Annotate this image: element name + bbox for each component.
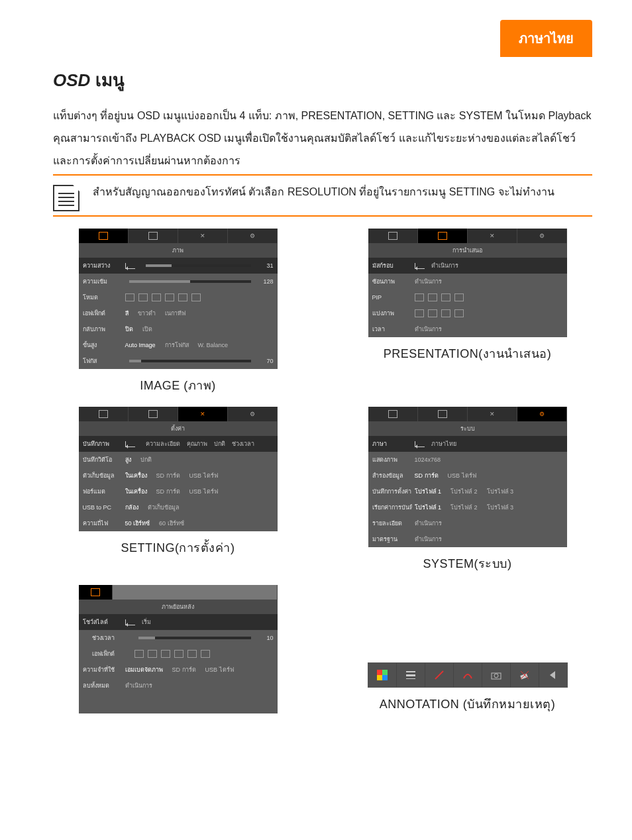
osd-row[interactable]: ฟอร์แมตในเครื่องSD การ์ดUSB ไดร์ฟ (79, 484, 278, 499)
tab-setting[interactable]: ✕ (468, 407, 517, 421)
tab-system[interactable]: ⚙ (228, 229, 278, 243)
slider-track[interactable] (129, 360, 251, 362)
osd-row[interactable]: โหมด (79, 289, 278, 305)
anno-back-button[interactable] (539, 663, 567, 687)
tab-setting[interactable]: ✕ (178, 229, 228, 243)
osd-option[interactable]: เปิด (142, 325, 152, 334)
osd-row[interactable]: ภาษาภาษาไทย (368, 436, 567, 452)
osd-option[interactable]: SD การ์ด (156, 487, 180, 496)
tab-presentation[interactable] (418, 229, 468, 243)
osd-option[interactable]: ในเครื่อง (125, 471, 147, 480)
osd-option[interactable]: ปกติ (140, 455, 152, 464)
osd-option[interactable]: 50 เฮิร์ทซ์ (125, 519, 150, 528)
layout-option-icon[interactable] (441, 309, 450, 317)
mode-icon[interactable] (138, 293, 148, 301)
osd-row[interactable]: ความถี่ไฟ50 เฮิร์ทซ์60 เฮิร์ทซ์ (79, 515, 278, 531)
anno-freeline-button[interactable] (454, 663, 482, 687)
layout-option-icon[interactable] (454, 309, 464, 317)
slider-track[interactable] (146, 264, 251, 267)
layout-option-icon[interactable] (415, 293, 424, 301)
osd-option[interactable]: การโฟกัส (165, 341, 189, 350)
tab-presentation[interactable] (129, 407, 178, 421)
layout-option-icon[interactable] (415, 309, 424, 317)
osd-option[interactable]: USB ไดร์ฟ (189, 471, 218, 480)
layout-option-icon[interactable] (428, 293, 437, 301)
osd-option[interactable]: USB ไดร์ฟ (448, 471, 476, 480)
osd-row[interactable]: สำรองข้อมูลSD การ์ดUSB ไดร์ฟ (368, 468, 567, 484)
osd-row[interactable]: เอฟเฟ็กต์ (79, 646, 278, 662)
osd-row[interactable]: ความสว่าง31 (79, 258, 278, 274)
mode-icon[interactable] (174, 650, 184, 658)
anno-erase-button[interactable] (511, 663, 539, 687)
tab-image[interactable] (368, 229, 418, 243)
osd-row[interactable]: ลบทั้งหมดดำเนินการ (79, 678, 278, 694)
osd-option[interactable]: ตัวเก็บข้อมูล (148, 503, 180, 512)
osd-row[interactable]: ช่วงเวลา10 (79, 630, 278, 646)
mode-icon[interactable] (178, 293, 187, 301)
osd-row[interactable]: บันทึกการตั้งค่าโปรไฟล์ 1โปรไฟล์ 2โปรไฟล… (368, 484, 567, 499)
osd-row[interactable]: ความเข้ม128 (79, 274, 278, 289)
layout-option-icon[interactable] (441, 293, 450, 301)
osd-option[interactable]: W. Balance (198, 342, 229, 348)
osd-option[interactable]: ช่วงเวลา (232, 439, 254, 448)
osd-option[interactable]: โปรไฟล์ 3 (487, 487, 514, 496)
osd-option[interactable]: โปรไฟล์ 1 (415, 487, 442, 496)
osd-row[interactable]: บันทึกวิดีโอสูงปกติ (79, 452, 278, 468)
osd-option[interactable]: SD การ์ด (172, 665, 196, 674)
osd-row[interactable]: USB to PCกล้องตัวเก็บข้อมูล (79, 499, 278, 515)
mode-icon[interactable] (201, 650, 210, 658)
osd-row[interactable]: เรียกค่าการบันทึกโปรไฟล์ 1โปรไฟล์ 2โปรไฟ… (368, 499, 567, 515)
tab-image[interactable] (79, 229, 129, 243)
mode-icon[interactable] (165, 293, 174, 301)
osd-option[interactable]: โปรไฟล์ 1 (415, 503, 442, 512)
osd-option[interactable]: 60 เฮิร์ทซ์ (159, 519, 184, 528)
slider-track[interactable] (138, 637, 251, 639)
mode-icon[interactable] (187, 650, 197, 658)
osd-option[interactable]: กล้อง (125, 503, 138, 512)
tab-presentation[interactable] (418, 407, 468, 421)
osd-row[interactable]: ความจำที่ใช้เอมเบดจัดภาพSD การ์ดUSB ไดร์… (79, 662, 278, 678)
osd-option[interactable]: โปรไฟล์ 3 (487, 503, 514, 512)
osd-option[interactable]: โปรไฟล์ 2 (450, 487, 478, 496)
anno-line-button[interactable] (425, 663, 454, 687)
anno-lineweight-button[interactable] (397, 663, 425, 687)
osd-option[interactable]: USB ไดร์ฟ (189, 487, 218, 496)
osd-option[interactable]: สี (125, 309, 129, 318)
mode-icon[interactable] (134, 650, 144, 658)
osd-row[interactable]: มาตรฐานดำเนินการ (368, 531, 567, 547)
osd-row[interactable]: ตัวเก็บข้อมูลในเครื่องSD การ์ดUSB ไดร์ฟ (79, 468, 278, 484)
osd-option[interactable]: เนกาทีฟ (165, 309, 185, 318)
osd-row[interactable]: ซ้อนภาพดำเนินการ (368, 274, 567, 289)
tab-system[interactable]: ⚙ (228, 407, 278, 421)
tab-image[interactable] (79, 407, 129, 421)
layout-option-icon[interactable] (454, 293, 464, 301)
osd-option[interactable]: SD การ์ด (415, 471, 439, 480)
osd-option[interactable]: โปรไฟล์ 2 (450, 503, 478, 512)
tab-setting[interactable]: ✕ (468, 229, 517, 243)
tab-setting[interactable]: ✕ (178, 407, 228, 421)
osd-row[interactable]: รายละเอียดดำเนินการ (368, 515, 567, 531)
slider-track[interactable] (129, 280, 251, 283)
tab-presentation[interactable] (129, 229, 178, 243)
osd-row[interactable]: ขั้นสูงAuto ImageการโฟกัสW. Balance (79, 337, 278, 353)
osd-option[interactable]: ในเครื่อง (125, 487, 147, 496)
mode-icon[interactable] (148, 650, 157, 658)
osd-option[interactable]: ความละเอียด (146, 439, 180, 448)
tab-system[interactable]: ⚙ (517, 407, 567, 421)
anno-capture-button[interactable] (482, 663, 511, 687)
osd-row[interactable]: เวลาดำเนินการ (368, 321, 567, 337)
mode-icon[interactable] (161, 650, 170, 658)
osd-row[interactable]: PIP (368, 289, 567, 305)
osd-row[interactable]: กลับภาพปิดเปิด (79, 321, 278, 337)
tab-image[interactable] (368, 407, 418, 421)
osd-option[interactable]: SD การ์ด (156, 471, 180, 480)
osd-option[interactable]: คุณภาพ (187, 439, 207, 448)
osd-row[interactable]: แบ่งภาพ (368, 305, 567, 321)
layout-option-icon[interactable] (428, 309, 437, 317)
tab-playback[interactable] (79, 585, 113, 600)
osd-row[interactable]: โฟกัส70 (79, 353, 278, 369)
anno-color-button[interactable] (368, 663, 397, 687)
osd-row[interactable]: เอฟเฟ็กต์สีขาวดำเนกาทีฟ (79, 305, 278, 321)
tab-system[interactable]: ⚙ (517, 229, 567, 243)
mode-icon[interactable] (152, 293, 161, 301)
